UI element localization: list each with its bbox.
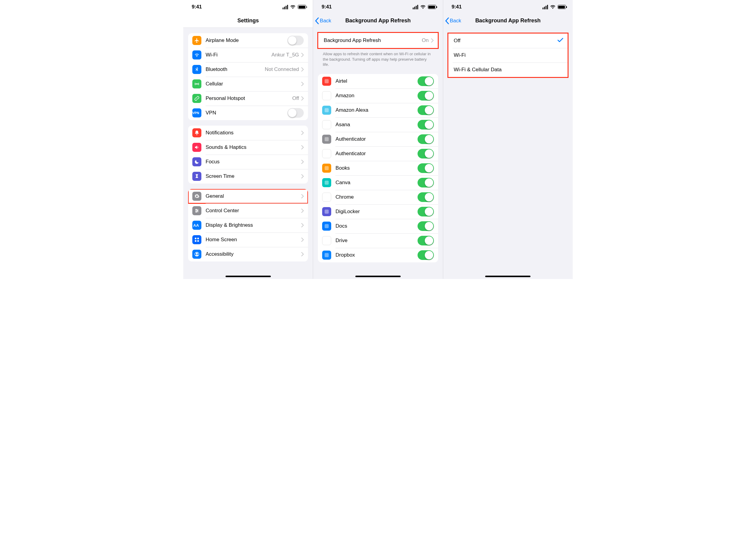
chevron-right-icon — [301, 160, 304, 164]
cellular-signal-icon — [413, 5, 418, 9]
bg-refresh-master-value: On — [422, 37, 429, 43]
row-vpn[interactable]: VPNVPN — [188, 106, 308, 120]
toggle-switch[interactable] — [417, 120, 434, 130]
home-indicator[interactable] — [356, 275, 400, 277]
option-wificell[interactable]: Wi-Fi & Cellular Data — [448, 63, 568, 77]
option-wifi[interactable]: Wi-Fi — [448, 48, 568, 63]
home-indicator[interactable] — [226, 275, 271, 277]
bg-refresh-body[interactable]: Background App Refresh On Allow apps to … — [313, 28, 442, 279]
option-off[interactable]: Off — [448, 34, 568, 48]
settings-group: NotificationsSounds & HapticsFocusScreen… — [188, 126, 308, 184]
row-accessibility[interactable]: Accessibility — [188, 247, 308, 262]
toggle-switch[interactable] — [417, 76, 434, 86]
app-row-chrome[interactable]: Chrome — [318, 190, 438, 205]
svg-rect-15 — [325, 79, 329, 83]
moon-icon — [192, 157, 201, 166]
toggle-switch[interactable] — [417, 163, 434, 173]
row-cellular[interactable]: Cellular — [188, 77, 308, 91]
bg-refresh-master-label: Background App Refresh — [324, 37, 419, 43]
gear-icon — [192, 192, 201, 201]
chevron-right-icon — [301, 194, 304, 198]
back-button[interactable]: Back — [443, 18, 461, 24]
toggle-switch[interactable] — [288, 108, 304, 118]
app-row-amazon[interactable]: Amazon — [318, 89, 438, 103]
app-label: Amazon Alexa — [336, 107, 417, 113]
chevron-right-icon — [301, 131, 304, 135]
row-focus[interactable]: Focus — [188, 155, 308, 169]
battery-icon — [428, 5, 436, 9]
toggle-switch[interactable] — [417, 221, 434, 231]
row-airplane[interactable]: Airplane Mode — [188, 33, 308, 48]
row-label: Cellular — [206, 81, 299, 87]
toggle-switch[interactable] — [417, 91, 434, 101]
row-value: Off — [292, 95, 299, 101]
row-sounds[interactable]: Sounds & Haptics — [188, 140, 308, 155]
row-hotspot[interactable]: Personal HotspotOff — [188, 91, 308, 106]
svg-point-0 — [197, 84, 197, 84]
app-label: Authenticator — [336, 151, 417, 157]
app-row-canva[interactable]: Canva — [318, 176, 438, 190]
app-row-docs[interactable]: Docs — [318, 219, 438, 234]
wifi-icon — [550, 5, 555, 9]
chevron-right-icon — [301, 238, 304, 242]
bluetooth-icon — [192, 65, 201, 74]
row-general[interactable]: General — [188, 189, 308, 204]
app-row-asana[interactable]: Asana — [318, 118, 438, 132]
svg-rect-16 — [325, 94, 329, 98]
app-row-dropbox[interactable]: Dropbox — [318, 248, 438, 263]
row-screentime[interactable]: Screen Time — [188, 169, 308, 184]
toggle-switch[interactable] — [417, 178, 434, 188]
toggle-switch[interactable] — [417, 192, 434, 202]
toggle-switch[interactable] — [417, 207, 434, 217]
app-label: Canva — [336, 180, 417, 186]
vpn-icon: VPN — [192, 108, 201, 118]
app-icon — [322, 207, 331, 216]
settings-body[interactable]: Airplane ModeWi-FiAnkur T_5GBluetoothNot… — [183, 28, 313, 279]
app-icon — [322, 106, 331, 115]
app-row-drive[interactable]: Drive — [318, 234, 438, 248]
row-bluetooth[interactable]: BluetoothNot Connected — [188, 62, 308, 77]
grid-icon — [192, 235, 201, 244]
chevron-right-icon — [301, 145, 304, 150]
row-controlcenter[interactable]: Control Center — [188, 204, 308, 218]
row-wifi[interactable]: Wi-FiAnkur T_5G — [188, 48, 308, 62]
row-homescreen[interactable]: Home Screen — [188, 233, 308, 247]
row-label: Focus — [206, 159, 299, 165]
row-display[interactable]: AADisplay & Brightness — [188, 218, 308, 233]
app-label: Amazon — [336, 93, 417, 99]
toggle-switch[interactable] — [417, 105, 434, 115]
app-label: Asana — [336, 122, 417, 128]
home-indicator[interactable] — [485, 275, 530, 277]
svg-rect-26 — [325, 239, 329, 243]
toggle-switch[interactable] — [417, 134, 434, 144]
app-row-alexa[interactable]: Amazon Alexa — [318, 103, 438, 118]
wifi-icon — [192, 50, 201, 60]
app-label: Dropbox — [336, 252, 417, 258]
app-icon — [322, 178, 331, 187]
bg-refresh-master-row[interactable]: Background App Refresh On — [318, 33, 437, 48]
options-body[interactable]: OffWi-FiWi-Fi & Cellular Data — [443, 28, 573, 279]
svg-rect-12 — [198, 240, 199, 242]
toggle-switch[interactable] — [417, 236, 434, 246]
app-label: DigiLocker — [336, 209, 417, 215]
row-label: Notifications — [206, 130, 299, 136]
bg-refresh-list-screen: 9:41 Back Background App Refresh Backgro… — [313, 0, 443, 279]
back-button[interactable]: Back — [313, 18, 331, 24]
app-icon — [322, 149, 331, 158]
nav-bar: Back Background App Refresh — [313, 14, 442, 28]
toggle-switch[interactable] — [288, 36, 304, 45]
wifi-icon — [290, 5, 296, 9]
status-indicators — [413, 5, 436, 9]
toggle-switch[interactable] — [417, 149, 434, 159]
app-row-authenticator2[interactable]: Authenticator — [318, 147, 438, 161]
settings-group: Airplane ModeWi-FiAnkur T_5GBluetoothNot… — [188, 33, 308, 120]
app-row-authenticator1[interactable]: Authenticator — [318, 132, 438, 147]
row-notifications[interactable]: Notifications — [188, 126, 308, 140]
app-row-airtel[interactable]: Airtel — [318, 74, 438, 89]
nav-bar: Settings — [183, 14, 313, 28]
row-label: Bluetooth — [206, 66, 262, 73]
app-row-digilocker[interactable]: DigiLocker — [318, 205, 438, 219]
app-row-books[interactable]: Books — [318, 161, 438, 176]
toggle-switch[interactable] — [417, 250, 434, 260]
app-label: Docs — [336, 223, 417, 229]
